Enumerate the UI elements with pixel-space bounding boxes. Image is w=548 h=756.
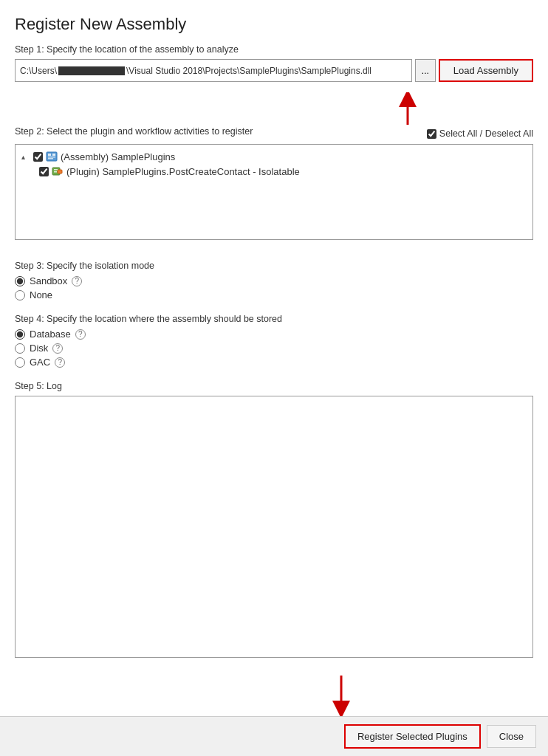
bottom-bar: Register Selected Plugins Close bbox=[0, 716, 548, 756]
step1-label: Step 1: Specify the location of the asse… bbox=[15, 44, 533, 55]
log-box bbox=[15, 396, 533, 658]
svg-rect-9 bbox=[54, 169, 58, 171]
disk-label: Disk bbox=[30, 343, 48, 354]
step3-section: Step 3: Specify the isolation mode Sandb… bbox=[15, 261, 533, 303]
browse-button[interactable]: ... bbox=[415, 59, 436, 82]
register-button[interactable]: Register Selected Plugins bbox=[344, 724, 481, 749]
arrow-svg-2 bbox=[297, 676, 386, 716]
none-radio[interactable] bbox=[15, 290, 25, 300]
assembly-icon bbox=[46, 151, 58, 162]
gac-row: GAC ? bbox=[15, 357, 533, 368]
step2-label: Step 2: Select the plugin and workflow a… bbox=[15, 126, 253, 137]
step1-section: Step 1: Specify the location of the asse… bbox=[15, 44, 533, 82]
step2-header: Step 2: Select the plugin and workflow a… bbox=[15, 126, 533, 141]
sandbox-help-icon[interactable]: ? bbox=[72, 276, 82, 286]
step4-label: Step 4: Specify the location where the a… bbox=[15, 314, 533, 324]
svg-rect-5 bbox=[48, 157, 55, 158]
select-all-text: Select All / Deselect All bbox=[439, 128, 533, 139]
svg-rect-3 bbox=[48, 154, 51, 156]
page-title: Register New Assembly bbox=[15, 15, 533, 34]
arrow-svg-1 bbox=[363, 92, 452, 125]
file-path-text: C:\Users\\Visual Studio 2018\Projects\Sa… bbox=[20, 66, 371, 76]
arrow-annotation-2 bbox=[15, 676, 533, 716]
database-label: Database bbox=[30, 329, 71, 340]
database-help-icon[interactable]: ? bbox=[75, 329, 86, 340]
step1-inputs: C:\Users\\Visual Studio 2018\Projects\Sa… bbox=[15, 59, 533, 82]
file-path-box[interactable]: C:\Users\\Visual Studio 2018\Projects\Sa… bbox=[15, 59, 412, 82]
disk-row: Disk ? bbox=[15, 343, 533, 354]
plugin-icon bbox=[52, 165, 64, 177]
gac-radio[interactable] bbox=[15, 357, 25, 368]
step4-section: Step 4: Specify the location where the a… bbox=[15, 314, 533, 371]
plugin-tree-box: ▴ (Assembly) SamplePlugins bbox=[15, 144, 533, 240]
select-all-checkbox[interactable] bbox=[427, 129, 436, 139]
close-button[interactable]: Close bbox=[487, 725, 536, 748]
tree-item-plugin: (Plugin) SamplePlugins.PostCreateContact… bbox=[21, 165, 527, 177]
plugin-checkbox[interactable] bbox=[39, 167, 49, 176]
assembly-checkbox[interactable] bbox=[33, 152, 43, 162]
sandbox-row: Sandbox ? bbox=[15, 275, 533, 286]
database-row: Database ? bbox=[15, 329, 533, 340]
none-label: None bbox=[30, 289, 52, 300]
load-assembly-button[interactable]: Load Assembly bbox=[439, 59, 533, 82]
step2-section: Step 2: Select the plugin and workflow a… bbox=[15, 126, 533, 250]
step5-section: Step 5: Log bbox=[15, 381, 533, 665]
none-row: None bbox=[15, 289, 533, 300]
plugin-label: (Plugin) SamplePlugins.PostCreateContact… bbox=[66, 166, 300, 177]
tree-toggle[interactable]: ▴ bbox=[21, 153, 30, 161]
gac-help-icon[interactable]: ? bbox=[55, 357, 65, 368]
select-all-row: Select All / Deselect All bbox=[427, 128, 533, 139]
svg-rect-10 bbox=[54, 171, 57, 173]
arrow-annotation-1 bbox=[15, 92, 533, 125]
sandbox-radio[interactable] bbox=[15, 276, 25, 286]
disk-radio[interactable] bbox=[15, 343, 25, 354]
svg-rect-6 bbox=[48, 158, 53, 159]
gac-label: GAC bbox=[30, 357, 50, 368]
svg-rect-8 bbox=[58, 170, 62, 173]
redacted-username bbox=[58, 66, 125, 75]
svg-rect-4 bbox=[52, 154, 55, 156]
assembly-label: (Assembly) SamplePlugins bbox=[61, 151, 175, 162]
sandbox-label: Sandbox bbox=[30, 275, 67, 286]
database-radio[interactable] bbox=[15, 329, 25, 340]
step5-label: Step 5: Log bbox=[15, 381, 533, 391]
step3-label: Step 3: Specify the isolation mode bbox=[15, 261, 533, 271]
disk-help-icon[interactable]: ? bbox=[52, 343, 63, 354]
tree-item-assembly: ▴ (Assembly) SamplePlugins bbox=[21, 151, 527, 162]
